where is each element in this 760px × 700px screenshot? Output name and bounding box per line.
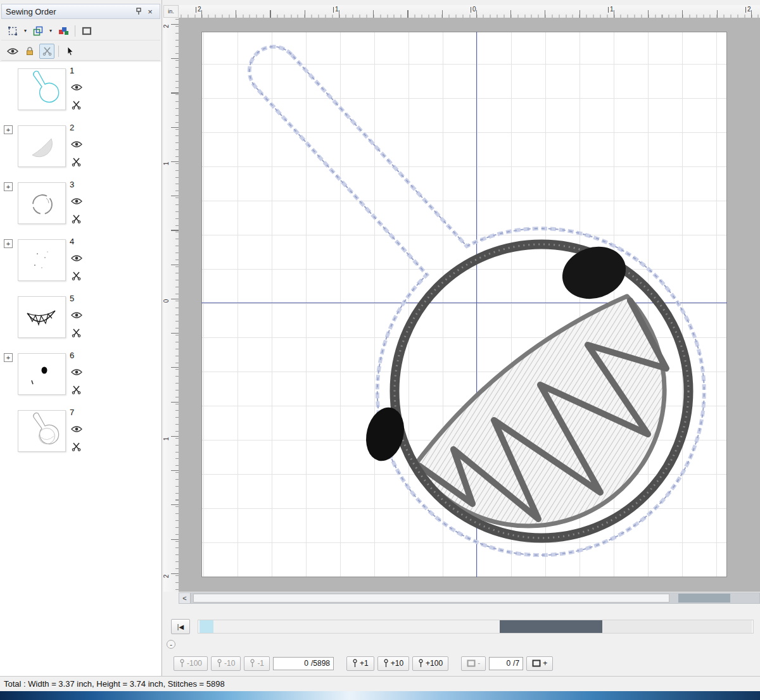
object-number: 4 <box>70 237 74 246</box>
desktop-wallpaper-strip <box>0 691 760 700</box>
expand-plus-icon[interactable]: + <box>4 125 13 134</box>
show-hide-eye-button[interactable] <box>5 44 20 59</box>
ruler-label: 1 <box>163 437 170 441</box>
toolbar-separator <box>58 46 59 57</box>
scrollbar-track[interactable] <box>191 593 759 603</box>
trim-scissors-icon[interactable] <box>72 385 81 394</box>
toolbar-separator <box>75 25 75 37</box>
expand-plus-icon[interactable]: + <box>4 182 13 191</box>
group-view-dropdown-icon[interactable]: ▾ <box>48 28 54 34</box>
stitch-back-100-button[interactable]: -100 <box>174 656 208 671</box>
ruler-label: 2 <box>163 25 170 28</box>
object-thumbnail[interactable] <box>18 68 66 110</box>
thumb-grin-teeth <box>18 297 66 339</box>
scrollbar-segment <box>678 594 730 603</box>
object-thumbnail[interactable] <box>18 353 66 395</box>
design-canvas[interactable] <box>179 18 760 592</box>
current-block-input[interactable]: 0 /7 <box>489 657 523 670</box>
embroidery-design[interactable] <box>179 18 760 592</box>
block-back-button[interactable]: - <box>461 656 486 671</box>
visibility-eye-icon[interactable] <box>71 425 82 433</box>
object-thumbnail[interactable] <box>18 296 66 338</box>
trim-scissors-icon[interactable] <box>72 442 81 451</box>
sewing-order-panel: Sewing Order × ▾ ▾ <box>0 0 162 676</box>
expand-plus-icon[interactable]: + <box>4 353 13 362</box>
ruler-label: 2 <box>163 575 170 578</box>
scroll-left-arrow[interactable]: < <box>179 593 191 603</box>
collapse-button[interactable]: - <box>167 640 175 649</box>
visibility-eye-icon[interactable] <box>71 311 82 319</box>
scissors-toggle-button[interactable] <box>39 44 54 59</box>
group-view-button[interactable] <box>30 23 46 39</box>
trim-scissors-icon[interactable] <box>72 328 81 337</box>
visibility-eye-icon[interactable] <box>71 254 82 262</box>
object-thumbnail[interactable] <box>18 410 66 452</box>
color-blocks-button[interactable] <box>56 23 71 39</box>
visibility-eye-icon[interactable] <box>71 368 82 376</box>
stitch-forward-1-button[interactable]: +1 <box>346 656 374 671</box>
stitch-back-10-button[interactable]: -10 <box>211 656 241 671</box>
stitch-controls-bar: -100 -10 -1 0 /5898 +1 +10 +100 <box>163 654 760 673</box>
expand-plus-icon[interactable]: + <box>4 239 13 248</box>
current-block-value: 0 <box>506 659 510 668</box>
object-thumbnail[interactable] <box>18 125 66 167</box>
sewing-order-list: 1 + 2 + <box>0 62 161 676</box>
snap-point-left <box>360 403 409 465</box>
select-mode-dropdown-icon[interactable]: ▾ <box>22 28 28 34</box>
timeline-segment <box>602 620 752 633</box>
stitch-back-1-button[interactable]: -1 <box>244 656 270 671</box>
list-item: + 3 <box>0 176 161 233</box>
list-item: + 2 <box>0 119 161 176</box>
thumb-speckles <box>18 240 66 282</box>
horizontal-ruler: 2 1 0 1 2 <box>179 5 760 18</box>
object-number: 3 <box>70 180 74 189</box>
pin-icon[interactable] <box>133 6 144 17</box>
lock-button[interactable] <box>22 44 37 59</box>
current-stitch-input[interactable]: 0 /5898 <box>273 657 334 670</box>
stitch-timeline-slider[interactable] <box>198 620 754 634</box>
list-item: 1 <box>0 62 161 119</box>
stitch-forward-100-button[interactable]: +100 <box>412 656 448 671</box>
visibility-eye-icon[interactable] <box>71 197 82 205</box>
current-stitch-value: 0 <box>304 659 308 668</box>
embroidery-app-window: Sewing Order × ▾ ▾ <box>0 0 760 700</box>
needle-icon <box>179 659 185 668</box>
panel-toolbar-top: ▾ ▾ <box>1 22 160 41</box>
object-thumbnail[interactable] <box>18 239 66 281</box>
visibility-eye-icon[interactable] <box>71 141 82 148</box>
trim-scissors-icon[interactable] <box>72 271 81 280</box>
panel-toolbar-bottom <box>1 42 160 61</box>
ruler-label: 2 <box>196 6 201 13</box>
object-number: 7 <box>70 408 74 417</box>
list-item: + 6 <box>0 347 161 404</box>
ruler-unit-box: in. <box>163 5 179 18</box>
timeline-handle[interactable] <box>200 620 213 633</box>
block-forward-button[interactable]: + <box>526 656 553 671</box>
trim-scissors-icon[interactable] <box>72 214 81 223</box>
select-mode-button[interactable] <box>5 23 20 39</box>
horizontal-scrollbar[interactable]: < <box>179 592 760 604</box>
object-number: 6 <box>70 351 74 360</box>
visibility-eye-icon[interactable] <box>71 84 82 91</box>
rewind-button[interactable]: |◀ <box>171 619 190 634</box>
trim-scissors-icon[interactable] <box>72 157 81 166</box>
trim-scissors-icon[interactable] <box>72 100 81 109</box>
status-text: Total : Width = 3.37 inch, Height = 3.74… <box>4 679 225 689</box>
ruler-label: 1 <box>608 6 614 13</box>
needle-icon <box>217 659 222 668</box>
close-icon[interactable]: × <box>144 6 156 17</box>
panel-title: Sewing Order <box>6 7 56 16</box>
object-number: 1 <box>70 66 74 75</box>
scrollbar-thumb[interactable] <box>193 594 669 603</box>
hoop-view-button[interactable] <box>79 23 94 39</box>
ruler-label: 2 <box>745 6 751 13</box>
vertical-ruler: 2 1 0 1 2 <box>163 18 179 592</box>
thumb-outline-stitch <box>18 69 66 111</box>
stitch-forward-10-button[interactable]: +10 <box>377 656 409 671</box>
cursor-arrow-icon[interactable] <box>63 44 78 59</box>
thumb-snap-dots <box>18 354 66 396</box>
ruler-label: 1 <box>163 162 170 166</box>
thumb-final-outline <box>18 411 66 453</box>
object-thumbnail[interactable] <box>18 182 66 224</box>
timeline-segment <box>213 620 500 633</box>
